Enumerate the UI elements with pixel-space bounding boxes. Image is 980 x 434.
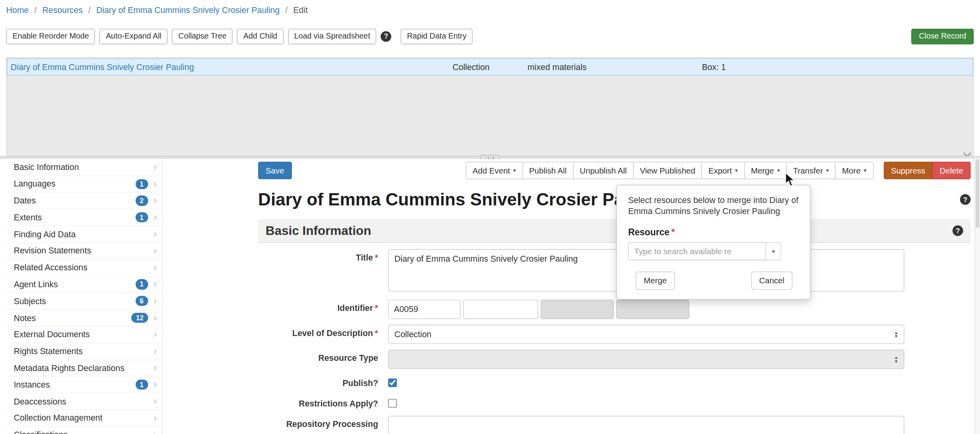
required-marker: *: [375, 329, 378, 338]
auto-expand-all-button[interactable]: Auto-Expand All: [100, 28, 168, 44]
sidebar-item-label: Dates: [14, 196, 135, 205]
restrictions-apply-checkbox[interactable]: [388, 399, 397, 408]
archivesspace-window: Home / Resources / Diary of Emma Cummins…: [0, 0, 980, 434]
merge-cancel-button[interactable]: Cancel: [751, 272, 793, 290]
count-badge: 12: [132, 313, 148, 323]
sidebar-item-deaccessions[interactable]: Deaccessions›: [6, 393, 162, 410]
sidebar-item-label: Related Accessions: [14, 263, 154, 272]
breadcrumb-resources[interactable]: Resources: [43, 5, 83, 15]
load-via-spreadsheet-button[interactable]: Load via Spreadsheet: [288, 28, 377, 44]
sidebar-item-label: Agent Links: [14, 280, 135, 289]
sidebar-item-label: Deaccessions: [14, 397, 154, 406]
sidebar-item-external-documents[interactable]: External Documents›: [6, 327, 162, 344]
breadcrumb-home[interactable]: Home: [6, 5, 29, 15]
caret-down-icon: ▾: [772, 248, 775, 255]
chevron-right-icon: ›: [154, 162, 157, 172]
tree-row-selected[interactable]: Diary of Emma Cummins Snively Crosier Pa…: [7, 58, 973, 76]
select-arrows-icon: ▲▼: [894, 331, 898, 338]
sidebar-item-finding-aid-data[interactable]: Finding Aid Data›: [6, 226, 162, 243]
resource-tree-panel: Diary of Emma Cummins Snively Crosier Pa…: [6, 57, 974, 156]
add-child-button[interactable]: Add Child: [237, 28, 284, 44]
level-of-description-select[interactable]: Collection ▲▼: [388, 325, 904, 344]
rapid-data-entry-button[interactable]: Rapid Data Entry: [401, 28, 473, 44]
sidebar-item-basic-information[interactable]: Basic Information›: [6, 159, 162, 176]
resource-type-select[interactable]: ▲▼: [388, 350, 904, 369]
help-icon[interactable]: ?: [381, 31, 392, 42]
tree-row-title-link[interactable]: Diary of Emma Cummins Snively Crosier Pa…: [7, 62, 453, 72]
record-sidebar: Basic Information› Languages1› Dates2› E…: [6, 159, 163, 434]
chevron-right-icon: ›: [154, 246, 157, 256]
sidebar-item-label: Rights Statements: [14, 347, 154, 356]
page-scrollbar[interactable]: [974, 158, 980, 434]
sidebar-item-subjects[interactable]: Subjects6›: [6, 293, 162, 310]
enable-reorder-mode-button[interactable]: Enable Reorder Mode: [6, 28, 95, 44]
collapse-tree-button[interactable]: Collapse Tree: [172, 28, 233, 44]
chevron-right-icon: ›: [154, 430, 157, 434]
sidebar-item-rights-statements[interactable]: Rights Statements›: [6, 343, 162, 360]
sidebar-item-revision-statements[interactable]: Revision Statements›: [6, 243, 162, 260]
transfer-button[interactable]: Transfer▾: [786, 162, 836, 179]
repository-processing-row: Repository Processing: [258, 416, 971, 434]
page-scrollbar-thumb[interactable]: [976, 159, 980, 228]
sidebar-item-label: Metadata Rights Declarations: [14, 363, 154, 373]
sidebar-item-extents[interactable]: Extents1›: [6, 209, 162, 226]
view-published-button[interactable]: View Published: [633, 162, 702, 179]
add-event-button[interactable]: Add Event▾: [466, 162, 523, 179]
sidebar-item-related-accessions[interactable]: Related Accessions›: [6, 260, 162, 277]
publish-checkbox[interactable]: [388, 379, 397, 387]
suppress-button[interactable]: Suppress: [883, 162, 933, 179]
identifier-input-1[interactable]: [388, 300, 460, 319]
chevron-right-icon: ›: [154, 346, 157, 356]
sidebar-item-classifications[interactable]: Classifications›: [6, 427, 162, 434]
sidebar-item-agent-links[interactable]: Agent Links1›: [6, 276, 162, 293]
identifier-label: Identifier*: [258, 300, 388, 319]
section-title: Basic Information: [265, 223, 371, 238]
identifier-input-3: [541, 300, 614, 319]
merge-resource-label: Resource*: [628, 227, 799, 237]
caret-down-icon: ▾: [826, 167, 829, 174]
breadcrumb-separator: /: [285, 5, 288, 15]
merge-button[interactable]: Merge▾: [744, 162, 787, 179]
save-button[interactable]: Save: [258, 162, 291, 179]
basic-information-section-header: Basic Information ?: [258, 219, 971, 243]
combobox-dropdown-toggle[interactable]: ▾: [766, 242, 781, 260]
select-arrows-icon: ▲▼: [894, 356, 898, 363]
required-marker: *: [375, 253, 378, 262]
sidebar-item-collection-management[interactable]: Collection Management›: [6, 410, 162, 427]
chevron-right-icon: ›: [154, 179, 157, 189]
tree-row-level: Collection: [453, 62, 527, 72]
chevron-right-icon: ›: [154, 397, 157, 406]
sidebar-item-languages[interactable]: Languages1›: [6, 176, 162, 193]
chevron-right-icon: ›: [154, 262, 157, 272]
repository-processing-input[interactable]: [388, 416, 904, 434]
sidebar-item-instances[interactable]: Instances1›: [6, 377, 162, 393]
breadcrumb-resource-title[interactable]: Diary of Emma Cummins Snively Crosier Pa…: [96, 5, 279, 15]
breadcrumb-edit: Edit: [293, 5, 308, 15]
tree-toolbar: Enable Reorder Mode Auto-Expand All Coll…: [6, 28, 974, 44]
restrictions-apply-row: Restrictions Apply?: [258, 395, 971, 410]
sidebar-item-label: Collection Management: [14, 414, 154, 423]
merge-resource-search-input[interactable]: [628, 242, 767, 260]
chevron-right-icon: ›: [154, 279, 157, 289]
delete-button[interactable]: Delete: [932, 162, 971, 179]
chevron-right-icon: ›: [154, 413, 157, 423]
sidebar-item-label: Classifications: [14, 430, 154, 434]
help-icon[interactable]: ?: [952, 225, 963, 236]
sidebar-item-metadata-rights-declarations[interactable]: Metadata Rights Declarations›: [6, 360, 162, 377]
export-button[interactable]: Export▾: [702, 162, 745, 179]
unpublish-all-button[interactable]: Unpublish All: [573, 162, 633, 179]
sidebar-item-label: Notes: [14, 313, 132, 323]
publish-all-button[interactable]: Publish All: [522, 162, 574, 179]
selected-value: Collection: [394, 330, 431, 339]
more-button[interactable]: More▾: [835, 162, 873, 179]
caret-down-icon: ▾: [864, 167, 867, 174]
help-icon[interactable]: ?: [960, 194, 971, 205]
merge-confirm-button[interactable]: Merge: [636, 272, 675, 290]
sidebar-item-notes[interactable]: Notes12›: [6, 310, 162, 327]
identifier-input-4: [616, 300, 690, 319]
sidebar-item-label: Languages: [14, 179, 135, 189]
sidebar-item-dates[interactable]: Dates2›: [6, 193, 162, 210]
identifier-input-2[interactable]: [463, 300, 538, 319]
close-record-button[interactable]: Close Record: [911, 28, 974, 44]
chevron-right-icon: ›: [154, 330, 157, 340]
